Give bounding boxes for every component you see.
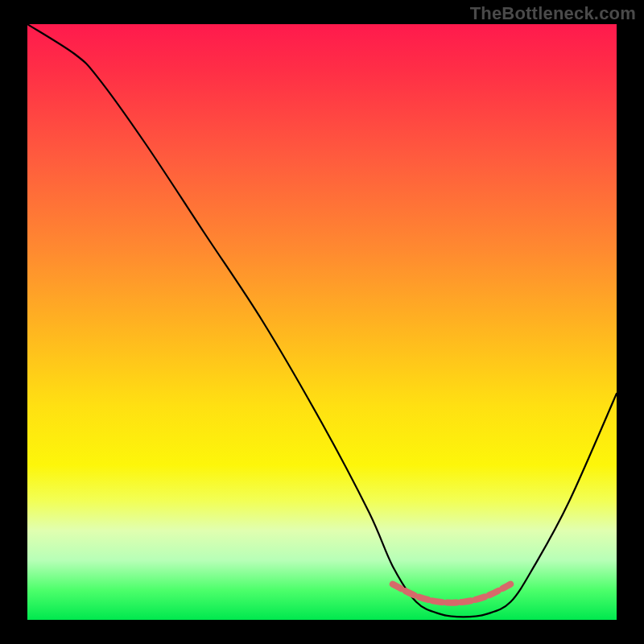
optimal-band-marker (393, 584, 510, 603)
plot-area (27, 24, 617, 620)
curve-svg (27, 24, 617, 620)
bottleneck-curve (27, 24, 617, 617)
chart-stage: TheBottleneck.com (0, 0, 644, 644)
watermark-text: TheBottleneck.com (470, 3, 636, 24)
